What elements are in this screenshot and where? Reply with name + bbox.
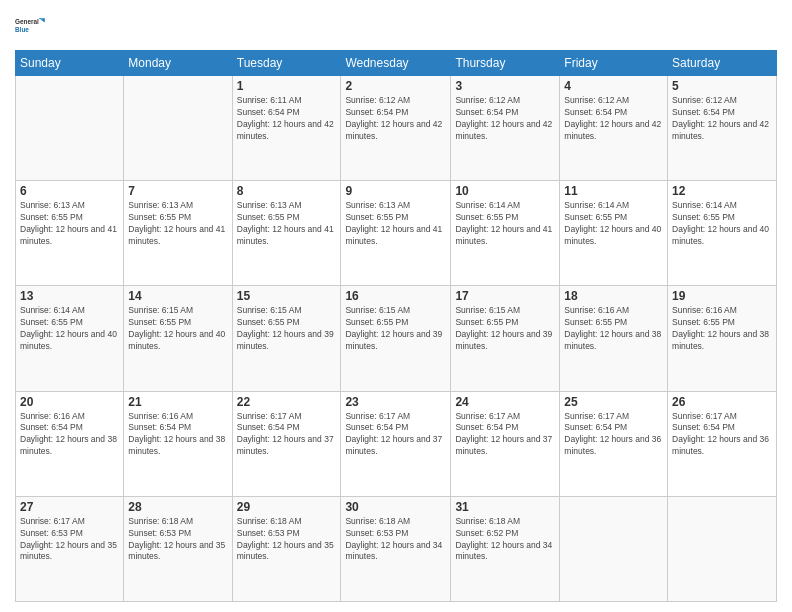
day-info: Sunrise: 6:17 AMSunset: 6:54 PMDaylight:… bbox=[237, 411, 337, 459]
day-number: 14 bbox=[128, 289, 227, 303]
day-info: Sunrise: 6:14 AMSunset: 6:55 PMDaylight:… bbox=[20, 305, 119, 353]
calendar-cell: 18Sunrise: 6:16 AMSunset: 6:55 PMDayligh… bbox=[560, 286, 668, 391]
weekday-header-tuesday: Tuesday bbox=[232, 51, 341, 76]
day-number: 1 bbox=[237, 79, 337, 93]
calendar-cell: 4Sunrise: 6:12 AMSunset: 6:54 PMDaylight… bbox=[560, 76, 668, 181]
day-info: Sunrise: 6:18 AMSunset: 6:53 PMDaylight:… bbox=[345, 516, 446, 564]
calendar-cell: 11Sunrise: 6:14 AMSunset: 6:55 PMDayligh… bbox=[560, 181, 668, 286]
calendar-cell: 3Sunrise: 6:12 AMSunset: 6:54 PMDaylight… bbox=[451, 76, 560, 181]
calendar-cell: 27Sunrise: 6:17 AMSunset: 6:53 PMDayligh… bbox=[16, 496, 124, 601]
calendar-cell: 20Sunrise: 6:16 AMSunset: 6:54 PMDayligh… bbox=[16, 391, 124, 496]
page: GeneralBlue SundayMondayTuesdayWednesday… bbox=[0, 0, 792, 612]
day-number: 18 bbox=[564, 289, 663, 303]
day-number: 6 bbox=[20, 184, 119, 198]
calendar-week-2: 6Sunrise: 6:13 AMSunset: 6:55 PMDaylight… bbox=[16, 181, 777, 286]
day-info: Sunrise: 6:13 AMSunset: 6:55 PMDaylight:… bbox=[20, 200, 119, 248]
day-info: Sunrise: 6:16 AMSunset: 6:55 PMDaylight:… bbox=[564, 305, 663, 353]
day-number: 19 bbox=[672, 289, 772, 303]
calendar-cell: 12Sunrise: 6:14 AMSunset: 6:55 PMDayligh… bbox=[668, 181, 777, 286]
day-number: 2 bbox=[345, 79, 446, 93]
calendar-cell: 9Sunrise: 6:13 AMSunset: 6:55 PMDaylight… bbox=[341, 181, 451, 286]
day-info: Sunrise: 6:17 AMSunset: 6:53 PMDaylight:… bbox=[20, 516, 119, 564]
day-info: Sunrise: 6:17 AMSunset: 6:54 PMDaylight:… bbox=[455, 411, 555, 459]
day-number: 11 bbox=[564, 184, 663, 198]
calendar-cell: 7Sunrise: 6:13 AMSunset: 6:55 PMDaylight… bbox=[124, 181, 232, 286]
calendar-week-4: 20Sunrise: 6:16 AMSunset: 6:54 PMDayligh… bbox=[16, 391, 777, 496]
calendar-cell: 24Sunrise: 6:17 AMSunset: 6:54 PMDayligh… bbox=[451, 391, 560, 496]
day-info: Sunrise: 6:14 AMSunset: 6:55 PMDaylight:… bbox=[672, 200, 772, 248]
calendar-week-1: 1Sunrise: 6:11 AMSunset: 6:54 PMDaylight… bbox=[16, 76, 777, 181]
day-number: 12 bbox=[672, 184, 772, 198]
weekday-header-wednesday: Wednesday bbox=[341, 51, 451, 76]
calendar-cell bbox=[16, 76, 124, 181]
day-info: Sunrise: 6:12 AMSunset: 6:54 PMDaylight:… bbox=[345, 95, 446, 143]
day-number: 17 bbox=[455, 289, 555, 303]
calendar-cell: 16Sunrise: 6:15 AMSunset: 6:55 PMDayligh… bbox=[341, 286, 451, 391]
day-info: Sunrise: 6:16 AMSunset: 6:54 PMDaylight:… bbox=[20, 411, 119, 459]
day-number: 20 bbox=[20, 395, 119, 409]
day-info: Sunrise: 6:12 AMSunset: 6:54 PMDaylight:… bbox=[564, 95, 663, 143]
day-number: 22 bbox=[237, 395, 337, 409]
day-number: 23 bbox=[345, 395, 446, 409]
calendar-cell: 21Sunrise: 6:16 AMSunset: 6:54 PMDayligh… bbox=[124, 391, 232, 496]
day-number: 27 bbox=[20, 500, 119, 514]
day-number: 24 bbox=[455, 395, 555, 409]
calendar-cell: 17Sunrise: 6:15 AMSunset: 6:55 PMDayligh… bbox=[451, 286, 560, 391]
day-number: 7 bbox=[128, 184, 227, 198]
day-info: Sunrise: 6:13 AMSunset: 6:55 PMDaylight:… bbox=[128, 200, 227, 248]
svg-text:Blue: Blue bbox=[15, 26, 29, 33]
day-number: 16 bbox=[345, 289, 446, 303]
calendar-cell: 6Sunrise: 6:13 AMSunset: 6:55 PMDaylight… bbox=[16, 181, 124, 286]
day-info: Sunrise: 6:13 AMSunset: 6:55 PMDaylight:… bbox=[345, 200, 446, 248]
calendar-cell: 25Sunrise: 6:17 AMSunset: 6:54 PMDayligh… bbox=[560, 391, 668, 496]
day-info: Sunrise: 6:15 AMSunset: 6:55 PMDaylight:… bbox=[128, 305, 227, 353]
calendar-week-3: 13Sunrise: 6:14 AMSunset: 6:55 PMDayligh… bbox=[16, 286, 777, 391]
day-info: Sunrise: 6:12 AMSunset: 6:54 PMDaylight:… bbox=[455, 95, 555, 143]
day-info: Sunrise: 6:17 AMSunset: 6:54 PMDaylight:… bbox=[345, 411, 446, 459]
calendar-cell: 29Sunrise: 6:18 AMSunset: 6:53 PMDayligh… bbox=[232, 496, 341, 601]
weekday-header-sunday: Sunday bbox=[16, 51, 124, 76]
calendar-cell: 31Sunrise: 6:18 AMSunset: 6:52 PMDayligh… bbox=[451, 496, 560, 601]
day-info: Sunrise: 6:11 AMSunset: 6:54 PMDaylight:… bbox=[237, 95, 337, 143]
weekday-header-row: SundayMondayTuesdayWednesdayThursdayFrid… bbox=[16, 51, 777, 76]
day-number: 15 bbox=[237, 289, 337, 303]
day-info: Sunrise: 6:15 AMSunset: 6:55 PMDaylight:… bbox=[345, 305, 446, 353]
day-info: Sunrise: 6:15 AMSunset: 6:55 PMDaylight:… bbox=[455, 305, 555, 353]
logo: GeneralBlue bbox=[15, 10, 47, 42]
day-number: 25 bbox=[564, 395, 663, 409]
svg-text:General: General bbox=[15, 18, 39, 25]
calendar-cell: 13Sunrise: 6:14 AMSunset: 6:55 PMDayligh… bbox=[16, 286, 124, 391]
weekday-header-friday: Friday bbox=[560, 51, 668, 76]
calendar-table: SundayMondayTuesdayWednesdayThursdayFrid… bbox=[15, 50, 777, 602]
day-info: Sunrise: 6:17 AMSunset: 6:54 PMDaylight:… bbox=[564, 411, 663, 459]
day-number: 13 bbox=[20, 289, 119, 303]
day-info: Sunrise: 6:18 AMSunset: 6:53 PMDaylight:… bbox=[237, 516, 337, 564]
calendar-cell bbox=[560, 496, 668, 601]
day-number: 31 bbox=[455, 500, 555, 514]
day-number: 5 bbox=[672, 79, 772, 93]
day-number: 3 bbox=[455, 79, 555, 93]
calendar-cell: 22Sunrise: 6:17 AMSunset: 6:54 PMDayligh… bbox=[232, 391, 341, 496]
day-number: 10 bbox=[455, 184, 555, 198]
day-number: 26 bbox=[672, 395, 772, 409]
day-info: Sunrise: 6:14 AMSunset: 6:55 PMDaylight:… bbox=[455, 200, 555, 248]
calendar-cell: 23Sunrise: 6:17 AMSunset: 6:54 PMDayligh… bbox=[341, 391, 451, 496]
day-number: 28 bbox=[128, 500, 227, 514]
calendar-cell: 28Sunrise: 6:18 AMSunset: 6:53 PMDayligh… bbox=[124, 496, 232, 601]
day-number: 8 bbox=[237, 184, 337, 198]
calendar-cell: 19Sunrise: 6:16 AMSunset: 6:55 PMDayligh… bbox=[668, 286, 777, 391]
day-number: 29 bbox=[237, 500, 337, 514]
calendar-cell: 30Sunrise: 6:18 AMSunset: 6:53 PMDayligh… bbox=[341, 496, 451, 601]
day-info: Sunrise: 6:14 AMSunset: 6:55 PMDaylight:… bbox=[564, 200, 663, 248]
day-number: 30 bbox=[345, 500, 446, 514]
logo-icon: GeneralBlue bbox=[15, 10, 47, 42]
calendar-cell: 26Sunrise: 6:17 AMSunset: 6:54 PMDayligh… bbox=[668, 391, 777, 496]
day-number: 4 bbox=[564, 79, 663, 93]
calendar-cell: 1Sunrise: 6:11 AMSunset: 6:54 PMDaylight… bbox=[232, 76, 341, 181]
weekday-header-thursday: Thursday bbox=[451, 51, 560, 76]
calendar-cell: 14Sunrise: 6:15 AMSunset: 6:55 PMDayligh… bbox=[124, 286, 232, 391]
calendar-cell: 2Sunrise: 6:12 AMSunset: 6:54 PMDaylight… bbox=[341, 76, 451, 181]
day-info: Sunrise: 6:18 AMSunset: 6:53 PMDaylight:… bbox=[128, 516, 227, 564]
weekday-header-saturday: Saturday bbox=[668, 51, 777, 76]
calendar-cell: 15Sunrise: 6:15 AMSunset: 6:55 PMDayligh… bbox=[232, 286, 341, 391]
